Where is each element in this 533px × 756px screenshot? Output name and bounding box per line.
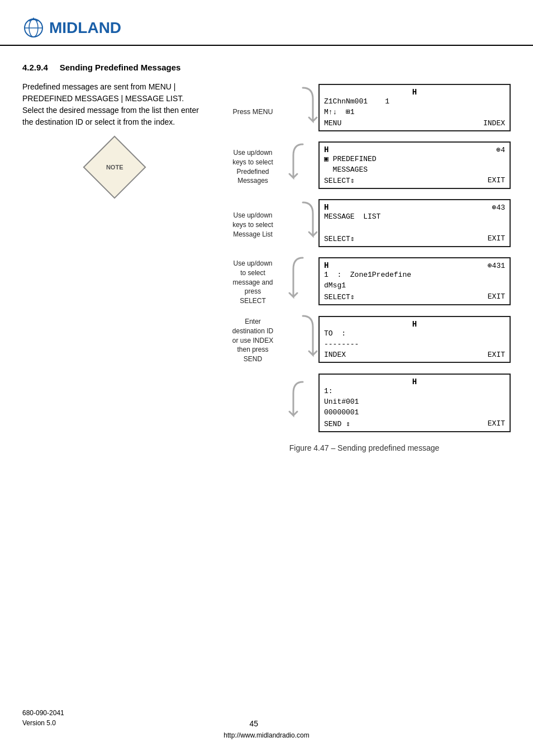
- two-col-layout: Predefined messages are sent from MENU |…: [22, 81, 511, 452]
- arrow-icon-5: [288, 313, 318, 366]
- screen-6-l1: 1:: [324, 386, 505, 397]
- note-label: NOTE: [106, 164, 123, 171]
- footer-url-text: http://www.midlandradio.com: [223, 731, 309, 739]
- screen-1-l2: M↑↓ ⊞1: [324, 107, 505, 118]
- section-title: Sending Predefined Messages: [60, 63, 181, 72]
- logo: MIDLAND: [22, 17, 511, 39]
- screen-6-l2: Unit#001: [324, 397, 505, 408]
- screen-1: H Z1ChnNm001 1 M↑↓ ⊞1 MENU INDEX: [318, 84, 511, 131]
- screen-2-right: EXIT: [488, 176, 505, 185]
- screen-4-num: ⊕431: [488, 261, 505, 270]
- screen-4-bottom: SELECT⇕ EXIT: [324, 292, 505, 301]
- main-content: 4.2.9.4 Sending Predefined Messages Pred…: [0, 46, 533, 469]
- step-3: Use up/downkeys to selectMessage List H …: [218, 196, 511, 250]
- logo-text: MIDLAND: [49, 19, 121, 37]
- screen-5-l2: --------: [324, 339, 505, 350]
- body-text: Predefined messages are sent from MENU |…: [22, 81, 207, 128]
- screen-2: H ⊕4 ▣ PREDEFINED MESSAGES SELECT⇕ EXIT: [318, 141, 511, 190]
- screen-1-title: H: [324, 88, 505, 97]
- note-diamond: NOTE: [83, 135, 146, 199]
- screen-5-bottom: INDEX EXIT: [324, 351, 505, 359]
- screen-2-l2: MESSAGES: [324, 165, 505, 176]
- arrow-icon-4: [288, 255, 318, 308]
- screen-4-title: H: [324, 261, 329, 270]
- screen-2-bottom: SELECT⇕ EXIT: [324, 176, 505, 185]
- screen-3-right: EXIT: [488, 234, 505, 243]
- screen-4-l2: dMsg1: [324, 281, 505, 291]
- screen-5-l1: TO :: [324, 329, 505, 339]
- arrow-icon-3: [288, 200, 318, 247]
- screen-2-l1: ▣ PREDEFINED: [324, 154, 505, 165]
- step-5: Enterdestination IDor use INDEXthen pres…: [218, 313, 511, 366]
- step-4-label: Use up/downto selectmessage andpressSELE…: [218, 254, 288, 308]
- figure-caption: Figure 4.47 – Sending predefined message: [218, 443, 511, 452]
- screen-4-left: SELECT⇕: [324, 292, 355, 301]
- screen-3-bottom: SELECT⇕ EXIT: [324, 234, 505, 243]
- step-3-arrow: [288, 200, 318, 247]
- screen-6-exit: EXIT: [488, 419, 505, 428]
- footer-version: Version 5.0: [22, 718, 64, 728]
- screen-5: H TO : -------- INDEX EXIT: [318, 316, 511, 363]
- footer-left: 680-090-2041 Version 5.0: [22, 708, 64, 728]
- step-4-arrow: [288, 255, 318, 308]
- screen-3-title: H: [324, 203, 329, 212]
- screen-3-l1: MESSAGE LIST: [324, 212, 505, 223]
- note-container: NOTE: [22, 139, 207, 195]
- screen-3-num: ⊕43: [492, 203, 505, 212]
- section-heading: 4.2.9.4 Sending Predefined Messages: [22, 63, 511, 72]
- screen-1-l1: Z1ChnNm001 1: [324, 97, 505, 107]
- section-number: 4.2.9.4: [22, 63, 48, 72]
- screen-4-right: EXIT: [488, 292, 505, 301]
- step-1-arrow: [288, 85, 318, 130]
- screen-4: H ⊕431 1 : Zone1Predefine dMsg1 SELECT⇕ …: [318, 257, 511, 305]
- screen-1-bottom: MENU INDEX: [324, 119, 505, 127]
- footer-bar: 680-090-2041 Version 5.0 45: [0, 708, 533, 728]
- screen-2-title: H: [324, 145, 329, 154]
- step-1: Press MENU H Z1ChnNm001 1 M↑↓ ⊞1 MENU IN…: [218, 81, 511, 134]
- step-5-arrow: [288, 313, 318, 366]
- screen-2-left: SELECT⇕: [324, 176, 355, 185]
- screen-5-left: INDEX: [324, 351, 346, 359]
- left-column: Predefined messages are sent from MENU |…: [22, 81, 207, 195]
- screen-1-right: INDEX: [483, 119, 505, 127]
- screen-6: H 1: Unit#001 00000001 SEND ⇕ EXIT: [318, 374, 511, 432]
- footer: 680-090-2041 Version 5.0 45 http://www.m…: [0, 708, 533, 739]
- step-4: Use up/downto selectmessage andpressSELE…: [218, 254, 511, 308]
- step-2-arrow: [288, 141, 318, 189]
- footer-url: http://www.midlandradio.com: [0, 730, 533, 739]
- arrow-icon-2: [288, 141, 318, 189]
- step-3-label: Use up/downkeys to selectMessage List: [218, 205, 288, 241]
- screen-6-send: SEND ⇕: [324, 419, 350, 428]
- step-6: H 1: Unit#001 00000001 SEND ⇕ EXIT: [218, 371, 511, 435]
- screen-3-left: SELECT⇕: [324, 234, 355, 243]
- logo-area: MIDLAND: [0, 0, 533, 46]
- arrow-icon-6: [288, 379, 318, 427]
- step-2-label: Use up/downkeys to selectPredefinedMessa…: [218, 143, 288, 188]
- footer-doc-number: 680-090-2041: [22, 708, 64, 718]
- screen-2-num: ⊕4: [496, 145, 505, 154]
- step-6-arrow: [288, 379, 318, 427]
- step-5-label: Enterdestination IDor use INDEXthen pres…: [218, 313, 288, 366]
- screen-4-l1: 1 : Zone1Predefine: [324, 270, 505, 281]
- arrow-icon-1: [288, 85, 318, 130]
- steps-wrapper: Press MENU H Z1ChnNm001 1 M↑↓ ⊞1 MENU IN…: [218, 81, 511, 435]
- step-2: Use up/downkeys to selectPredefinedMessa…: [218, 139, 511, 192]
- screen-3-l2: [324, 223, 505, 233]
- screen-5-title: H: [324, 320, 505, 329]
- screen-6-bottom: SEND ⇕ EXIT: [324, 419, 505, 428]
- screen-5-right: EXIT: [488, 351, 505, 359]
- footer-page-number: 45: [250, 719, 259, 728]
- screen-6-l3: 00000001: [324, 408, 505, 418]
- logo-icon: [22, 17, 45, 39]
- screen-3: H ⊕43 MESSAGE LIST SELECT⇕ EXIT: [318, 199, 511, 247]
- screen-1-left: MENU: [324, 119, 341, 127]
- step-1-label: Press MENU: [218, 96, 288, 120]
- right-column: Press MENU H Z1ChnNm001 1 M↑↓ ⊞1 MENU IN…: [218, 81, 511, 452]
- screen-6-title: H: [324, 377, 505, 386]
